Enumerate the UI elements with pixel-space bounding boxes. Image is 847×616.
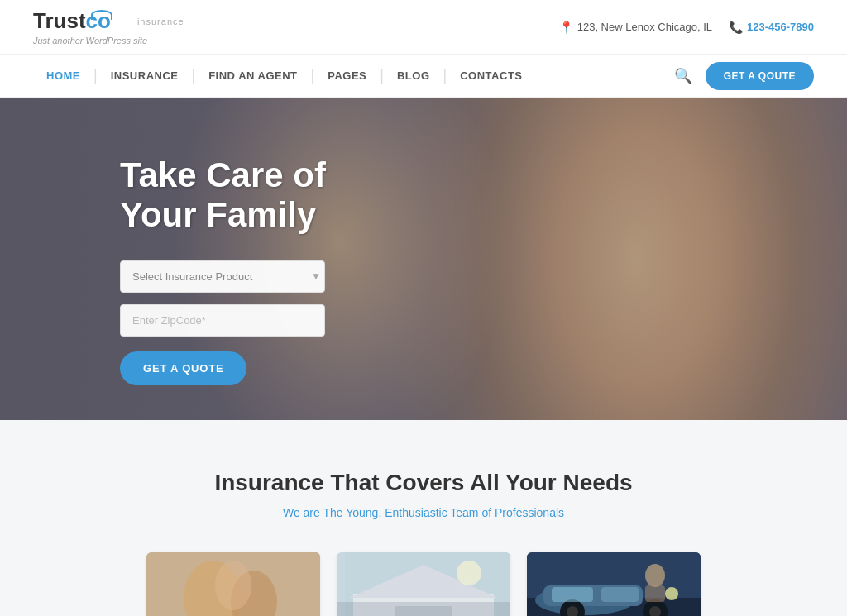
cards-row [33, 552, 814, 616]
insurance-section: Insurance That Covers All Your Needs We … [0, 420, 847, 616]
card-family[interactable] [146, 552, 320, 616]
card-house[interactable] [337, 552, 510, 616]
nav-link-contacts[interactable]: CONTACTS [447, 69, 535, 82]
card-car[interactable] [527, 552, 701, 616]
logo-tagline: Just another WordPress site [33, 36, 184, 45]
contact-location: 📍 123, New Lenox Chicago, IL [559, 21, 712, 34]
zipcode-input[interactable] [120, 304, 325, 337]
logo-trust: Trust [33, 8, 86, 34]
house-image-svg [337, 552, 510, 616]
svg-point-3 [215, 561, 251, 610]
logo-insurance: insurance [137, 17, 184, 26]
phone-icon: 📞 [729, 21, 743, 34]
logo: Trust co insurance Just another WordPres… [33, 8, 184, 45]
search-button[interactable]: 🔍 [674, 67, 692, 85]
nav-item-blog[interactable]: BLOG [384, 69, 443, 82]
insurance-select-wrapper: Select Insurance Product Life Insurance … [120, 260, 331, 293]
nav-item-pages[interactable]: PAGES [314, 69, 380, 82]
contact-phone[interactable]: 📞 123-456-7890 [729, 21, 814, 34]
svg-rect-11 [337, 602, 510, 616]
nav-item-contacts[interactable]: CONTACTS [447, 69, 535, 82]
get-quote-button[interactable]: GET A QUOTE [120, 351, 246, 385]
logo-co: co [86, 8, 111, 34]
svg-point-10 [457, 561, 481, 585]
family-image-svg [146, 552, 320, 616]
nav-bar: HOME | INSURANCE | FIND AN AGENT | PAGES… [0, 55, 847, 98]
car-image-svg [527, 552, 701, 616]
location-icon: 📍 [559, 21, 573, 34]
hero-title: Take Care of Your Family [120, 155, 331, 236]
hero-title-line2: Your Family [120, 195, 316, 234]
svg-point-23 [645, 564, 665, 587]
contact-address: 123, New Lenox Chicago, IL [577, 21, 712, 33]
svg-rect-24 [645, 585, 665, 602]
nav-link-find-agent[interactable]: FIND AN AGENT [195, 69, 310, 82]
hero-title-line1: Take Care of [120, 155, 326, 194]
card-house-image [337, 552, 510, 616]
insurance-select[interactable]: Select Insurance Product Life Insurance … [120, 260, 325, 293]
top-contact: 📍 123, New Lenox Chicago, IL 📞 123-456-7… [559, 21, 814, 34]
card-car-image [527, 552, 701, 616]
phone-number: 123-456-7890 [747, 21, 814, 33]
section-subtitle: We are The Young, Enthusiastic Team of P… [33, 506, 814, 519]
nav-links: HOME | INSURANCE | FIND AN AGENT | PAGES… [33, 67, 536, 84]
svg-point-22 [665, 587, 678, 600]
nav-link-insurance[interactable]: INSURANCE [98, 69, 192, 82]
nav-quote-button[interactable]: GET A QOUTE [706, 62, 814, 90]
nav-item-home[interactable]: HOME [33, 69, 93, 82]
top-bar: Trust co insurance Just another WordPres… [0, 0, 847, 55]
card-family-image [146, 552, 320, 616]
nav-item-find-agent[interactable]: FIND AN AGENT [195, 69, 310, 82]
svg-rect-20 [552, 587, 593, 602]
hero-section: Take Care of Your Family Select Insuranc… [0, 98, 847, 420]
section-title: Insurance That Covers All Your Needs [33, 470, 814, 496]
nav-link-blog[interactable]: BLOG [384, 69, 443, 82]
hero-content: Take Care of Your Family Select Insuranc… [0, 98, 364, 418]
nav-item-insurance[interactable]: INSURANCE [98, 69, 192, 82]
nav-link-pages[interactable]: PAGES [314, 69, 380, 82]
nav-right: 🔍 GET A QOUTE [674, 62, 814, 90]
svg-rect-21 [601, 587, 639, 602]
nav-link-home[interactable]: HOME [33, 69, 93, 82]
